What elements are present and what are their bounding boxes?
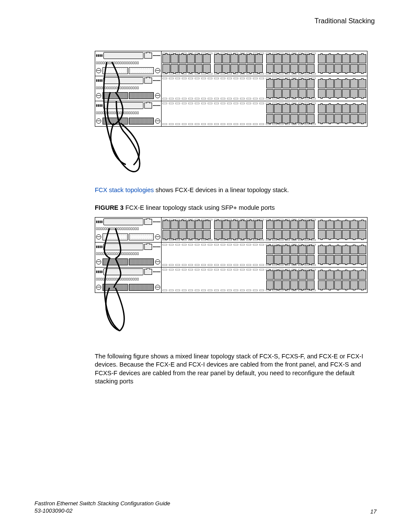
ethernet-port (222, 79, 230, 88)
screw-icon (155, 234, 160, 240)
ethernet-port (239, 89, 246, 98)
ethernet-port (266, 79, 274, 88)
sfp-module-slot (129, 284, 154, 291)
ethernet-port (239, 271, 246, 280)
link-fcx-stack-topologies[interactable]: FCX stack topologies (95, 187, 154, 193)
ethernet-port (307, 79, 314, 88)
ethernet-port (266, 114, 274, 123)
footer-doc-number: 53-1003090-02 (34, 507, 170, 515)
ethernet-port (318, 104, 326, 113)
ethernet-port (162, 280, 170, 289)
switch-unit (95, 101, 367, 126)
ethernet-port (350, 64, 358, 73)
ethernet-port (195, 255, 203, 264)
ethernet-port (214, 246, 222, 255)
ethernet-port (334, 104, 342, 113)
console-port (103, 268, 143, 275)
ethernet-port (247, 54, 255, 63)
mgmt-ethernet-port (144, 103, 152, 109)
ethernet-port (342, 255, 350, 264)
ethernet-port (358, 255, 366, 264)
ethernet-port (187, 280, 195, 289)
ethernet-port (266, 271, 274, 280)
ethernet-port (299, 104, 306, 113)
ethernet-port (307, 271, 314, 280)
port-number-strip (96, 251, 160, 256)
ethernet-port (171, 89, 178, 98)
ethernet-port (187, 89, 195, 98)
ethernet-port (203, 221, 211, 230)
ethernet-port (179, 246, 187, 255)
ethernet-port (247, 280, 255, 289)
ethernet-port (299, 230, 306, 239)
management-panel (95, 51, 162, 76)
ethernet-port (195, 280, 203, 289)
ethernet-port (307, 64, 314, 73)
ethernet-port (222, 54, 230, 63)
ethernet-port (247, 89, 255, 98)
ethernet-port (171, 114, 178, 123)
figure-3-caption: FIGURE 3 FCX-E linear topology stack usi… (95, 204, 377, 211)
ethernet-port (274, 89, 282, 98)
ethernet-port (222, 271, 230, 280)
ethernet-port (342, 54, 350, 63)
ethernet-port (318, 230, 326, 239)
ethernet-port (222, 280, 230, 289)
ethernet-port (203, 54, 211, 63)
ethernet-port (282, 64, 290, 73)
port-panel (162, 243, 367, 267)
ethernet-port (318, 64, 326, 73)
ethernet-port (350, 230, 358, 239)
ethernet-port (230, 54, 238, 63)
ethernet-port (350, 255, 358, 264)
ethernet-port (187, 271, 195, 280)
ethernet-port (195, 79, 203, 88)
port-number-strip (96, 60, 160, 65)
screw-icon (96, 259, 101, 264)
ethernet-port (239, 246, 246, 255)
ethernet-port (239, 64, 246, 73)
ethernet-port (266, 64, 274, 73)
ethernet-port (326, 79, 334, 88)
ethernet-port (326, 230, 334, 239)
ethernet-port (326, 114, 334, 123)
ethernet-port (274, 230, 282, 239)
ethernet-port (318, 221, 326, 230)
ethernet-port (290, 79, 298, 88)
ethernet-port (179, 104, 187, 113)
ethernet-port (282, 89, 290, 98)
mgmt-ethernet-port (144, 219, 152, 225)
ethernet-port (342, 280, 350, 289)
footer-doc-title: FastIron Ethernet Switch Stacking Config… (34, 500, 170, 507)
port-panel (162, 268, 367, 292)
ethernet-port (326, 255, 334, 264)
sfp-module-slot (103, 118, 128, 124)
ethernet-port (214, 280, 222, 289)
ethernet-port (274, 280, 282, 289)
ethernet-port (179, 79, 187, 88)
ethernet-port (179, 54, 187, 63)
ethernet-port (266, 280, 274, 289)
ethernet-port (255, 280, 263, 289)
ethernet-port (239, 255, 246, 264)
ethernet-port (195, 54, 203, 63)
screw-icon (155, 118, 160, 124)
ethernet-port (230, 221, 238, 230)
ethernet-port (358, 230, 366, 239)
ethernet-port (266, 221, 274, 230)
ethernet-port (290, 114, 298, 123)
management-panel (95, 218, 162, 242)
ethernet-port (162, 79, 170, 88)
ethernet-port (326, 246, 334, 255)
ethernet-port (187, 104, 195, 113)
ethernet-port (282, 114, 290, 123)
ethernet-port (187, 54, 195, 63)
ethernet-port (187, 221, 195, 230)
ethernet-port (358, 246, 366, 255)
ethernet-port (255, 89, 263, 98)
ethernet-port (358, 221, 366, 230)
ethernet-port (162, 230, 170, 239)
ethernet-port (247, 79, 255, 88)
ethernet-port (282, 230, 290, 239)
ethernet-port (214, 64, 222, 73)
